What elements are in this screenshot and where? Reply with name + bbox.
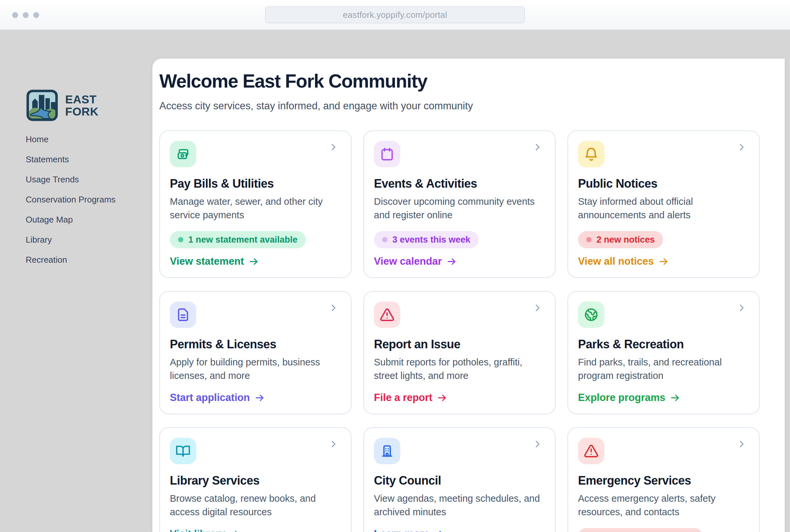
card-public-notices[interactable]: Public Notices Stay informed about offic… <box>567 130 760 278</box>
card-description: Submit reports for potholes, graffiti, s… <box>374 356 545 382</box>
logo-wordmark: EAST FORK <box>65 93 98 117</box>
card-events-activities[interactable]: Events & Activities Discover upcoming co… <box>363 130 556 278</box>
arrow-right-icon <box>670 393 680 403</box>
browser-chrome: eastfork.yoppify.com/portal <box>0 0 790 30</box>
globe-icon <box>578 302 604 328</box>
link-label: Visit library <box>170 528 225 532</box>
badge-label: 1 new statement available <box>188 235 297 245</box>
card-description: Discover upcoming community events and r… <box>374 195 545 222</box>
card-title: Parks & Recreation <box>578 338 749 351</box>
chevron-right-icon <box>533 439 542 449</box>
banknotes-icon <box>170 141 196 167</box>
card-pay-bills-utilities[interactable]: Pay Bills & Utilities Manage water, sewe… <box>159 130 351 278</box>
calendar-icon <box>374 141 400 167</box>
card-report-issue[interactable]: Report an Issue Submit reports for potho… <box>363 291 556 414</box>
alert-triangle-icon <box>578 438 604 464</box>
card-description: View agendas, meeting schedules, and arc… <box>374 492 545 519</box>
card-parks-recreation[interactable]: Parks & Recreation Find parks, trails, a… <box>567 291 760 414</box>
badge-label: 3 events this week <box>392 235 470 245</box>
logo-line-2: FORK <box>65 105 98 117</box>
card-description: Browse catalog, renew books, and access … <box>170 492 341 519</box>
logo-line-1: EAST <box>65 93 98 105</box>
sidebar-item-usage-trends[interactable]: Usage Trends <box>26 170 151 190</box>
learn-more-link[interactable]: Learn more <box>374 528 445 532</box>
chevron-right-icon <box>328 439 339 449</box>
arrow-right-icon <box>248 256 259 267</box>
card-library-services[interactable]: Library Services Browse catalog, renew b… <box>159 427 351 532</box>
card-title: Events & Activities <box>374 177 545 191</box>
card-title: Report an Issue <box>374 338 545 351</box>
east-fork-logo: EAST FORK <box>25 89 98 122</box>
card-permits-licenses[interactable]: Permits & Licenses Apply for building pe… <box>159 291 351 414</box>
link-label: Start application <box>170 392 250 404</box>
document-icon <box>170 302 196 328</box>
arrow-right-icon <box>437 393 447 403</box>
building-icon <box>374 438 400 464</box>
card-title: Permits & Licenses <box>170 338 341 351</box>
view-calendar-link[interactable]: View calendar <box>374 255 457 267</box>
view-statement-link[interactable]: View statement <box>170 255 259 267</box>
link-label: Learn more <box>374 528 429 532</box>
card-emergency-services[interactable]: Emergency Services Access emergency aler… <box>567 427 760 532</box>
chevron-right-icon <box>737 303 747 313</box>
card-city-council[interactable]: City Council View agendas, meeting sched… <box>363 427 556 532</box>
link-label: View statement <box>170 255 244 267</box>
badge-label: 2 new notices <box>596 235 655 245</box>
chevron-right-icon <box>328 142 339 152</box>
dot-icon <box>586 237 592 242</box>
sidebar-item-recreation[interactable]: Recreation <box>26 250 151 270</box>
link-label: View calendar <box>374 255 442 267</box>
link-label: View all notices <box>578 255 654 267</box>
page-subtitle: Access city services, stay informed, and… <box>159 100 785 112</box>
status-badge: For emergencies, dial 911 <box>578 528 703 532</box>
chevron-right-icon <box>737 142 747 152</box>
status-badge: 3 events this week <box>374 231 479 248</box>
card-title: Emergency Services <box>578 474 749 488</box>
card-description: Manage water, sewer, and other city serv… <box>170 195 341 222</box>
sidebar-item-statements[interactable]: Statements <box>26 150 151 170</box>
card-title: Pay Bills & Utilities <box>170 177 341 191</box>
arrow-right-icon <box>446 256 457 267</box>
page-background: EAST FORK Home Statements Usage Trends C… <box>0 30 790 532</box>
service-card-grid: Pay Bills & Utilities Manage water, sewe… <box>159 130 785 532</box>
window-dot-icon <box>33 12 39 18</box>
status-badge: 1 new statement available <box>170 231 306 248</box>
address-bar[interactable]: eastfork.yoppify.com/portal <box>265 6 525 23</box>
alert-triangle-icon <box>374 302 400 328</box>
card-title: Public Notices <box>578 177 749 191</box>
explore-programs-link[interactable]: Explore programs <box>578 392 680 404</box>
dot-icon <box>178 237 184 242</box>
city-river-logo-icon <box>25 89 60 122</box>
page-title: Welcome East Fork Community <box>159 70 785 92</box>
chevron-right-icon <box>737 439 747 449</box>
window-controls <box>12 12 39 18</box>
window-dot-icon <box>23 12 28 18</box>
card-title: Library Services <box>170 474 341 488</box>
sidebar-item-home[interactable]: Home <box>26 129 151 150</box>
chevron-right-icon <box>328 303 339 313</box>
arrow-right-icon <box>434 529 445 532</box>
card-description: Apply for building permits, business lic… <box>170 356 341 382</box>
sidebar-item-conservation-programs[interactable]: Conservation Programs <box>26 190 151 210</box>
main-panel: Welcome East Fork Community Access city … <box>152 59 785 532</box>
chevron-right-icon <box>533 142 542 152</box>
card-description: Access emergency alerts, safety resource… <box>578 492 749 519</box>
sidebar-nav: Home Statements Usage Trends Conservatio… <box>26 129 151 270</box>
card-description: Stay informed about official announcemen… <box>578 195 749 222</box>
bell-icon <box>578 141 604 167</box>
arrow-right-icon <box>658 256 669 267</box>
start-application-link[interactable]: Start application <box>170 392 265 404</box>
sidebar-item-library[interactable]: Library <box>26 230 151 250</box>
card-title: City Council <box>374 474 545 488</box>
chevron-right-icon <box>533 303 542 313</box>
sidebar-item-outage-map[interactable]: Outage Map <box>26 210 151 230</box>
arrow-right-icon <box>254 393 265 403</box>
visit-library-link[interactable]: Visit library <box>170 528 240 532</box>
arrow-right-icon <box>229 529 240 532</box>
status-badge: 2 new notices <box>578 231 663 248</box>
file-report-link[interactable]: File a report <box>374 392 447 404</box>
view-all-notices-link[interactable]: View all notices <box>578 255 669 267</box>
open-book-icon <box>170 438 196 464</box>
window-dot-icon <box>12 12 18 18</box>
dot-icon <box>382 237 387 242</box>
